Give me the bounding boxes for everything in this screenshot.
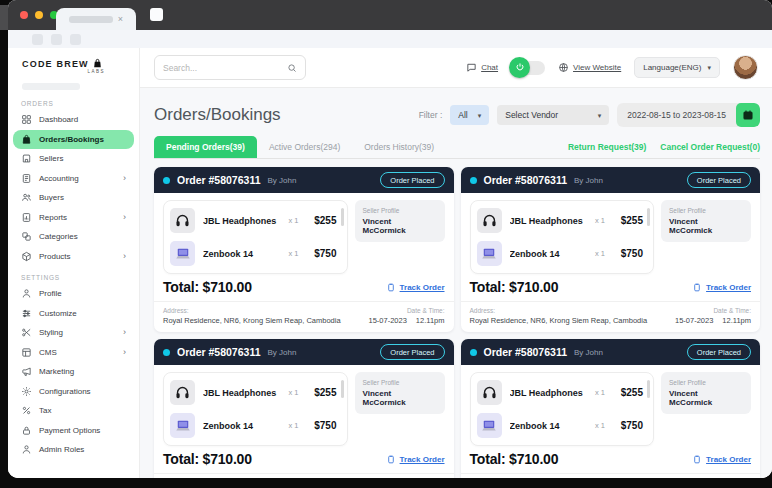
scrollbar-thumb[interactable] xyxy=(647,208,650,226)
sidebar-item-label: Buyers xyxy=(39,193,64,202)
seller-profile-link[interactable]: Vincent McCormick xyxy=(363,389,437,407)
language-select[interactable]: Language(ENG) ▾ xyxy=(634,57,720,78)
sidebar-item-customize[interactable]: Customize xyxy=(13,304,134,324)
date-range-field[interactable]: 2022-08-15 to 2023-08-15 xyxy=(617,103,760,127)
forward-button-blurred[interactable] xyxy=(51,34,62,45)
tab-orders-history[interactable]: Orders History(39) xyxy=(352,136,446,158)
sidebar-item-cms[interactable]: CMS› xyxy=(13,343,134,363)
seller-profile-label: Seller Profile xyxy=(363,379,437,386)
address-value: Royal Residence, NR6, Krong Siem Reap, C… xyxy=(163,316,341,325)
reload-button-blurred[interactable] xyxy=(70,34,81,45)
order-card-footer: Address:Royal Residence, NR6, Krong Siem… xyxy=(461,473,761,478)
order-card-header: Order #58076311By JohnOrder Placed xyxy=(154,167,454,193)
sidebar-item-configurations[interactable]: Configurations xyxy=(13,382,134,402)
chat-link[interactable]: Chat xyxy=(466,62,498,73)
order-card-footer: Address:Royal Residence, NR6, Krong Siem… xyxy=(154,473,454,478)
filter-select[interactable]: All ▾ xyxy=(450,105,489,125)
track-order-link[interactable]: Track Order xyxy=(692,282,751,293)
sidebar-item-label: Styling xyxy=(39,328,63,337)
status-toggle[interactable] xyxy=(511,61,545,75)
sidebar-item-orders-bookings[interactable]: Orders/Bookings xyxy=(13,130,134,150)
sidebar-item-categories[interactable]: Categories xyxy=(13,227,134,247)
minimize-window-button[interactable] xyxy=(35,11,43,19)
track-order-link[interactable]: Track Order xyxy=(386,454,445,465)
sidebar-item-styling[interactable]: Styling› xyxy=(13,323,134,343)
seller-profile-link[interactable]: Vincent McCormick xyxy=(363,217,437,235)
track-order-link[interactable]: Track Order xyxy=(386,282,445,293)
order-id: Order #58076311 xyxy=(484,174,568,186)
seller-profile-label: Seller Profile xyxy=(669,379,743,386)
order-by: By John xyxy=(268,348,297,357)
item-price: $750 xyxy=(307,420,337,431)
sidebar-item-label: Products xyxy=(39,252,71,261)
chevron-right-icon: › xyxy=(123,174,126,183)
track-order-label: Track Order xyxy=(400,283,445,292)
sidebar-item-reports[interactable]: Reports› xyxy=(13,208,134,228)
item-price: $255 xyxy=(307,215,337,226)
seller-profile-link[interactable]: Vincent McCormick xyxy=(669,389,743,407)
new-tab-button[interactable] xyxy=(150,8,163,21)
item-name: Zenbook 14 xyxy=(510,421,587,431)
sidebar-item-sellers[interactable]: Sellers xyxy=(13,149,134,169)
status-dot-icon xyxy=(470,349,477,356)
sidebar: CODE BREW LABS ORDERS DashboardOrders/Bo… xyxy=(8,48,140,478)
item-name: JBL Headphones xyxy=(510,216,587,226)
item-name: Zenbook 14 xyxy=(203,421,280,431)
reports-icon xyxy=(21,212,32,223)
scrollbar-thumb[interactable] xyxy=(341,380,344,398)
item-name: JBL Headphones xyxy=(203,216,280,226)
page-content: Orders/Bookings Filter : All ▾ Select Ve… xyxy=(140,88,772,478)
avatar[interactable] xyxy=(733,55,758,80)
sidebar-item-payment-options[interactable]: Payment Options xyxy=(13,421,134,441)
search-input[interactable] xyxy=(163,63,281,73)
page-title: Orders/Bookings xyxy=(154,105,281,125)
address-block: Address:Royal Residence, NR6, Krong Siem… xyxy=(470,307,648,325)
sidebar-blurred-widget xyxy=(22,83,80,90)
tab-active-orders[interactable]: Active Orders(294) xyxy=(257,136,352,158)
styling-icon xyxy=(21,327,32,338)
order-items-list: JBL Headphonesx 1$255Zenbook 14x 1$750 xyxy=(470,372,655,446)
item-qty: x 1 xyxy=(288,216,298,225)
globe-icon xyxy=(558,62,569,73)
sidebar-item-buyers[interactable]: Buyers xyxy=(13,188,134,208)
status-dot-icon xyxy=(470,177,477,184)
return-request-link[interactable]: Return Request(39) xyxy=(568,142,646,152)
tab-close-icon[interactable]: × xyxy=(118,15,123,24)
calendar-button[interactable] xyxy=(736,103,760,127)
sidebar-nav: ORDERS DashboardOrders/BookingsSellersAc… xyxy=(8,92,139,460)
payment-options-icon xyxy=(21,425,32,436)
browser-toolbar xyxy=(8,30,772,48)
scrollbar-thumb[interactable] xyxy=(341,208,344,226)
chevron-down-icon: ▾ xyxy=(707,64,711,71)
sidebar-item-products[interactable]: Products› xyxy=(13,247,134,267)
scrollbar-thumb[interactable] xyxy=(647,380,650,398)
laptop-thumb xyxy=(477,413,502,438)
close-window-button[interactable] xyxy=(20,11,28,19)
address-label: Address: xyxy=(470,307,648,314)
seller-profile-box: Seller ProfileVincent McCormick xyxy=(661,372,751,414)
view-website-link[interactable]: View Website xyxy=(558,62,621,73)
sidebar-item-admin-roles[interactable]: Admin Roles xyxy=(13,440,134,460)
sidebar-item-accounting[interactable]: Accounting› xyxy=(13,169,134,189)
track-order-icon xyxy=(386,454,396,465)
window-controls xyxy=(20,11,58,19)
order-id: Order #58076311 xyxy=(177,346,261,358)
sidebar-item-marketing[interactable]: Marketing xyxy=(13,362,134,382)
sidebar-item-dashboard[interactable]: Dashboard xyxy=(13,110,134,130)
back-button-blurred[interactable] xyxy=(32,34,43,45)
headphones-thumb xyxy=(170,208,195,233)
track-order-link[interactable]: Track Order xyxy=(692,454,751,465)
tab-pending-orders[interactable]: Pending Orders(39) xyxy=(154,136,257,158)
sidebar-item-tax[interactable]: Tax xyxy=(13,401,134,421)
browser-tab[interactable]: × xyxy=(56,8,136,30)
order-card-footer: Address:Royal Residence, NR6, Krong Siem… xyxy=(461,301,761,332)
address-block: Address:Royal Residence, NR6, Krong Siem… xyxy=(163,307,341,325)
sidebar-item-profile[interactable]: Profile xyxy=(13,284,134,304)
status-dot-icon xyxy=(163,349,170,356)
sidebar-item-label: CMS xyxy=(39,348,57,357)
cancel-order-request-link[interactable]: Cancel Order Request(0) xyxy=(660,142,760,152)
order-id: Order #58076311 xyxy=(177,174,261,186)
vendor-select[interactable]: Select Vendor ▾ xyxy=(497,105,609,125)
orders-tabs: Pending Orders(39) Active Orders(294) Or… xyxy=(154,136,760,159)
seller-profile-link[interactable]: Vincent McCormick xyxy=(669,217,743,235)
